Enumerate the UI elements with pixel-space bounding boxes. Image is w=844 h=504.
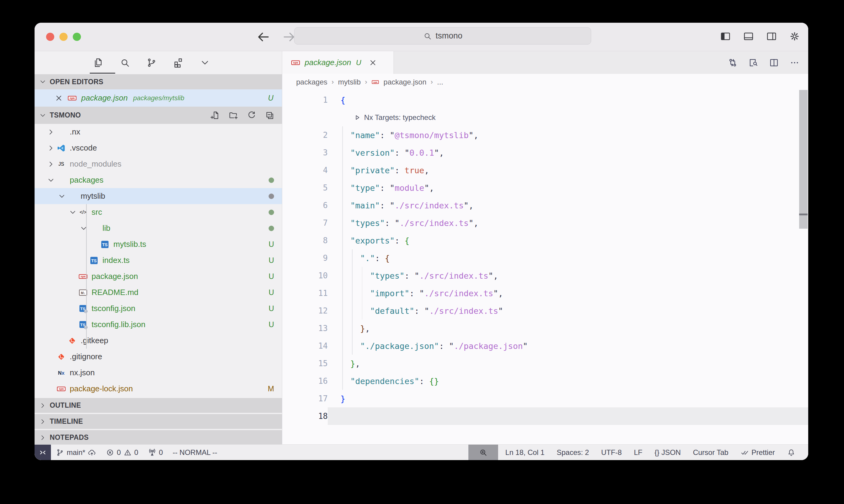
status-formatter[interactable]: Prettier — [736, 445, 780, 460]
code-line-12[interactable]: 12 "default": "./src/index.ts" — [282, 302, 808, 320]
outline-section-header[interactable]: OUTLINE — [35, 398, 282, 413]
more-actions-button[interactable] — [789, 57, 800, 68]
sidebar-bottom-sections: OUTLINE TIMELINE NOTEPADS — [35, 397, 282, 445]
code-line-18[interactable]: 18 — [282, 408, 808, 425]
open-editors-header[interactable]: OPEN EDITORS — [35, 74, 282, 89]
codelens-nx-targets[interactable]: Nx Targets: typecheck — [282, 109, 808, 126]
tree-item-nx-json[interactable]: Nxnx.json — [35, 365, 282, 381]
activity-extensions-icon[interactable] — [173, 57, 184, 68]
ts-icon: TS — [89, 256, 99, 265]
breadcrumb-item[interactable]: packages — [296, 78, 327, 86]
search-editor-button[interactable] — [748, 57, 758, 68]
status-problems[interactable]: 00 — [101, 445, 143, 460]
tree-item-node-modules[interactable]: JSnode_modules — [35, 156, 282, 172]
status-language-mode[interactable]: {} JSON — [650, 445, 686, 460]
git-status-badge: U — [269, 320, 274, 329]
status-cursor-tab[interactable]: Cursor Tab — [688, 445, 733, 460]
line-content: } — [341, 394, 345, 403]
tree-item--gitkeep[interactable]: .gitkeep — [35, 332, 282, 348]
code-line-8[interactable]: 8 "exports": { — [282, 232, 808, 249]
tab-package-json[interactable]: npm package.json U — [282, 51, 394, 74]
code-editor[interactable]: 1{Nx Targets: typecheck2 "name": "@tsmon… — [282, 90, 808, 444]
code-line-14[interactable]: 14 "./package.json": "./package.json" — [282, 337, 808, 355]
code-line-17[interactable]: 17} — [282, 390, 808, 408]
status-indentation-label: Spaces: 2 — [556, 448, 589, 457]
line-content: "name": "@tsmono/mytslib", — [341, 130, 478, 140]
activity-source-control-icon[interactable] — [146, 57, 157, 68]
status-notifications[interactable] — [782, 445, 800, 460]
layout-sidebar-left-button[interactable] — [719, 30, 733, 43]
code-line-16[interactable]: 16 "dependencies": {} — [282, 372, 808, 390]
open-changes-button[interactable] — [728, 57, 738, 68]
svg-text:npm: npm — [81, 275, 86, 278]
tree-item--vscode[interactable]: .vscode — [35, 140, 282, 156]
code-line-4[interactable]: 4 "private": true, — [282, 161, 808, 179]
minimize-window-button[interactable] — [59, 33, 68, 41]
tree-item--gitignore[interactable]: .gitignore — [35, 348, 282, 365]
breadcrumb-item[interactable]: package.json — [383, 78, 426, 86]
tree-item-package-lock-json[interactable]: npmpackage-lock.jsonM — [35, 381, 282, 397]
git-icon — [67, 336, 77, 346]
code-line-3[interactable]: 3 "version": "0.0.1", — [282, 144, 808, 161]
layout-panel-button[interactable] — [742, 30, 756, 43]
status-vim-mode[interactable]: -- NORMAL -- — [168, 445, 222, 460]
code-line-5[interactable]: 5 "type": "module", — [282, 179, 808, 197]
close-window-button[interactable] — [46, 33, 54, 41]
command-center-search[interactable]: tsmono — [294, 27, 591, 44]
code-line-11[interactable]: 11 "import": "./src/index.ts", — [282, 284, 808, 302]
status-eol[interactable]: LF — [629, 445, 647, 460]
tree-item-lib[interactable]: lib — [35, 220, 282, 236]
tree-item-index-ts[interactable]: TSindex.tsU — [35, 252, 282, 268]
status-formatter-label: Prettier — [752, 448, 775, 457]
status-ports[interactable]: 0 — [143, 445, 168, 460]
tree-item-mytslib[interactable]: mytslib — [35, 188, 282, 204]
layout-sidebar-right-button[interactable] — [764, 30, 778, 43]
bell-icon — [787, 448, 795, 457]
status-zoom-indicator[interactable] — [468, 445, 498, 460]
collapse-all-button[interactable] — [265, 111, 275, 120]
close-tab-icon[interactable] — [369, 58, 377, 67]
tree-item-tsconfig-lib-json[interactable]: TStsconfig.lib.jsonU — [35, 317, 282, 332]
code-line-15[interactable]: 15 }, — [282, 355, 808, 372]
status-git-branch[interactable]: main* — [51, 445, 101, 460]
status-cursor-position[interactable]: Ln 18, Col 1 — [500, 445, 549, 460]
status-remote-indicator[interactable] — [35, 445, 51, 460]
radio-tower-icon — [148, 448, 156, 457]
navigate-back-button[interactable] — [256, 30, 271, 44]
status-indentation[interactable]: Spaces: 2 — [552, 445, 594, 460]
tree-item-package-json[interactable]: npmpackage.jsonU — [35, 268, 282, 284]
settings-gear-button[interactable] — [788, 30, 802, 43]
refresh-button[interactable] — [247, 111, 257, 120]
code-line-9[interactable]: 9 ".": { — [282, 249, 808, 267]
code-line-2[interactable]: 2 "name": "@tsmono/mytslib", — [282, 126, 808, 144]
nx-icon: Nx — [56, 368, 66, 378]
split-editor-button[interactable] — [769, 57, 779, 68]
maximize-window-button[interactable] — [73, 33, 81, 41]
new-file-button[interactable] — [210, 111, 220, 120]
tree-item-tsconfig-json[interactable]: TStsconfig.jsonU — [35, 301, 282, 317]
open-editor-item[interactable]: npm package.json packages/mytslib U — [35, 89, 282, 107]
notepads-section-header[interactable]: NOTEPADS — [35, 430, 282, 445]
tab-git-badge: U — [356, 58, 361, 67]
explorer-section-header[interactable]: TSMONO — [35, 107, 282, 124]
tree-item--nx[interactable]: .nx — [35, 124, 282, 140]
code-line-1[interactable]: 1{ — [282, 91, 808, 109]
code-line-6[interactable]: 6 "main": "./src/index.ts", — [282, 197, 808, 214]
breadcrumb-item[interactable]: mytslib — [338, 78, 361, 86]
new-folder-button[interactable] — [228, 111, 238, 120]
editor-scrollbar[interactable] — [799, 90, 808, 229]
activity-explorer-icon[interactable] — [93, 57, 104, 68]
tree-item-src[interactable]: </>src — [35, 204, 282, 220]
status-encoding[interactable]: UTF-8 — [596, 445, 627, 460]
code-line-10[interactable]: 10 "types": "./src/index.ts", — [282, 267, 808, 284]
timeline-section-header[interactable]: TIMELINE — [35, 414, 282, 429]
tree-item-readme-md[interactable]: M↓README.mdU — [35, 284, 282, 301]
tree-item-mytslib-ts[interactable]: TSmytslib.tsU — [35, 236, 282, 252]
activity-more-views-icon[interactable] — [200, 57, 210, 68]
activity-search-icon[interactable] — [119, 57, 131, 68]
close-editor-icon[interactable] — [55, 94, 63, 102]
tree-item-packages[interactable]: packages — [35, 172, 282, 188]
breadcrumb-item[interactable]: ... — [437, 78, 443, 86]
code-line-7[interactable]: 7 "types": "./src/index.ts", — [282, 214, 808, 232]
code-line-13[interactable]: 13 }, — [282, 320, 808, 337]
